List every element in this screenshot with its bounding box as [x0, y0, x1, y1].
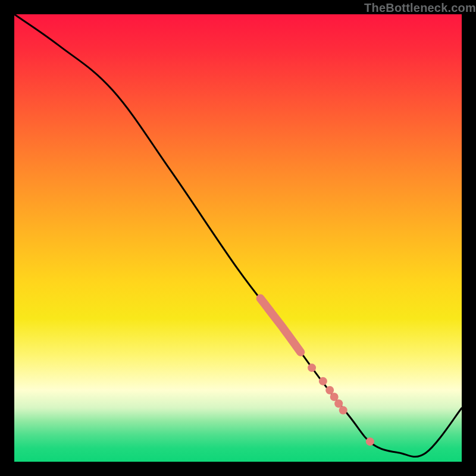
bottleneck-curve [14, 14, 462, 457]
data-markers [261, 299, 374, 446]
chart-overlay [14, 14, 462, 462]
svg-point-0 [308, 364, 316, 372]
svg-point-1 [319, 377, 327, 386]
svg-point-5 [339, 406, 347, 415]
watermark-text: TheBottleneck.com [364, 1, 476, 15]
svg-point-6 [366, 437, 374, 446]
chart-frame [14, 14, 462, 462]
